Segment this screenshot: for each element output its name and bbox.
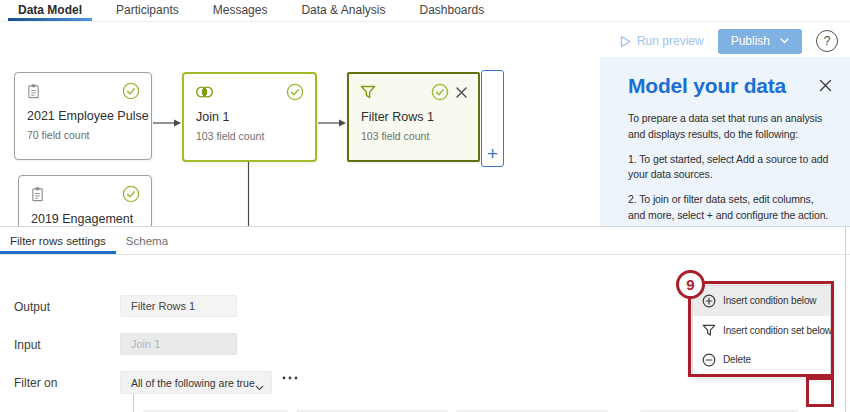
status-check-icon xyxy=(122,82,140,100)
app-window: Data Model Participants Messages Data & … xyxy=(0,0,850,412)
tab-filter-rows-settings[interactable]: Filter rows settings xyxy=(0,227,116,254)
model-your-data-panel: Model your data To prepare a data set th… xyxy=(600,57,850,226)
publish-button[interactable]: Publish xyxy=(718,29,802,54)
run-preview-button[interactable]: Run preview xyxy=(620,34,704,48)
play-icon xyxy=(620,35,631,48)
filter-group-options-button[interactable] xyxy=(278,372,302,384)
node-title: 2019 Engagement xyxy=(31,212,139,226)
remove-node-icon[interactable] xyxy=(456,87,467,98)
menu-item-insert-condition-set-below[interactable]: Insert condition set below xyxy=(693,316,830,346)
plus-circle-icon xyxy=(702,294,716,308)
node-filter-rows-1[interactable]: Filter Rows 1 103 field count xyxy=(347,72,480,162)
filter-funnel-icon xyxy=(702,324,716,337)
panel-edge-divider xyxy=(845,226,846,412)
tab-data-model[interactable]: Data Model xyxy=(8,0,92,21)
node-title: 2021 Employee Pulse xyxy=(27,109,139,123)
filter-logic-value: All of the following are true xyxy=(131,377,255,389)
panel-step1-text: 1. To get started, select Add a source t… xyxy=(628,152,833,184)
add-action-box: + xyxy=(481,70,504,167)
help-button[interactable]: ? xyxy=(816,30,838,52)
menu-item-label: Insert condition below xyxy=(723,295,816,306)
menu-item-label: Insert condition set below xyxy=(723,325,832,336)
survey-clipboard-icon xyxy=(30,186,45,202)
output-input[interactable] xyxy=(120,295,237,317)
node-join-1[interactable]: Join 1 103 field count xyxy=(182,72,317,162)
output-label: Output xyxy=(14,300,50,314)
node-title: Filter Rows 1 xyxy=(361,110,466,124)
menu-item-delete[interactable]: Delete xyxy=(693,345,830,375)
chevron-down-icon xyxy=(780,38,789,44)
filter-funnel-icon xyxy=(360,85,376,99)
input-input xyxy=(120,333,237,355)
node-2021-employee-pulse[interactable]: 2021 Employee Pulse 70 field count xyxy=(14,72,152,160)
panel-step2-text: 2. To join or filter data sets, edit col… xyxy=(628,192,833,224)
node-title: Join 1 xyxy=(196,110,303,124)
tab-schema[interactable]: Schema xyxy=(116,227,178,254)
panel-title: Model your data xyxy=(628,74,850,98)
settings-tabs: Filter rows settings Schema xyxy=(0,227,850,255)
question-mark-icon: ? xyxy=(824,34,831,48)
ellipsis-icon xyxy=(282,368,298,383)
minus-circle-icon xyxy=(702,353,716,367)
run-preview-label: Run preview xyxy=(637,34,704,48)
tab-messages[interactable]: Messages xyxy=(203,0,278,21)
publish-label: Publish xyxy=(731,34,770,48)
filter-on-label: Filter on xyxy=(14,376,57,390)
tab-data-analysis[interactable]: Data & Analysis xyxy=(291,0,395,21)
input-label: Input xyxy=(14,338,41,352)
condition-connector-line xyxy=(133,394,134,412)
chevron-down-icon xyxy=(255,381,264,393)
status-check-icon xyxy=(431,83,449,101)
add-action-button[interactable]: + xyxy=(482,143,503,165)
node-field-count: 70 field count xyxy=(27,129,139,141)
node-field-count: 103 field count xyxy=(196,130,303,142)
close-icon[interactable] xyxy=(819,79,832,92)
menu-item-label: Delete xyxy=(723,354,751,365)
condition-context-menu: Insert condition below Insert condition … xyxy=(692,285,831,376)
menu-item-insert-condition-below[interactable]: Insert condition below xyxy=(693,286,830,316)
tab-participants[interactable]: Participants xyxy=(106,0,189,21)
filter-logic-dropdown[interactable]: All of the following are true xyxy=(120,371,272,394)
status-check-icon xyxy=(286,83,304,101)
panel-intro-text: To prepare a data set that runs an analy… xyxy=(628,111,833,143)
tab-dashboards[interactable]: Dashboards xyxy=(409,0,494,21)
join-icon xyxy=(195,85,214,99)
primary-nav: Data Model Participants Messages Data & … xyxy=(0,0,850,22)
node-field-count: 103 field count xyxy=(361,130,466,142)
survey-clipboard-icon xyxy=(26,83,41,99)
status-check-icon xyxy=(122,185,140,203)
toolbar: Run preview Publish ? xyxy=(620,28,838,54)
